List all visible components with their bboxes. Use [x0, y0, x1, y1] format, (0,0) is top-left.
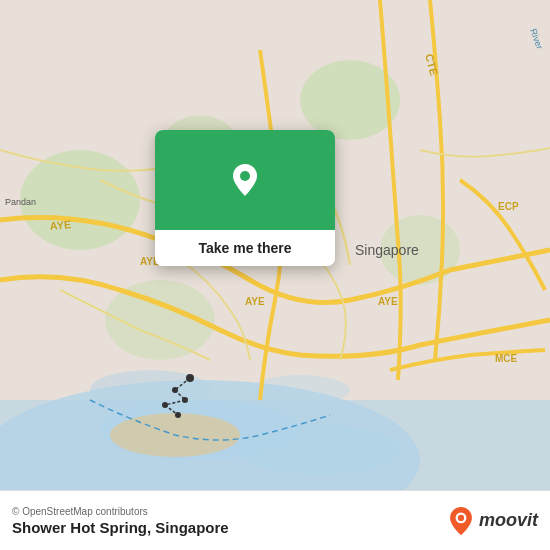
- svg-point-4: [240, 425, 400, 475]
- svg-text:Pandan: Pandan: [5, 197, 36, 207]
- popup-card: Take me there: [155, 130, 335, 266]
- svg-point-11: [250, 375, 350, 405]
- location-pin-icon: [223, 158, 267, 202]
- bottom-left-info: © OpenStreetMap contributors Shower Hot …: [12, 506, 229, 536]
- svg-text:AYE: AYE: [378, 296, 398, 307]
- take-me-there-button[interactable]: Take me there: [155, 230, 335, 266]
- moovit-pin-icon: [447, 507, 475, 535]
- svg-text:AYE: AYE: [49, 218, 72, 232]
- moovit-text: moovit: [479, 510, 538, 531]
- location-title: Shower Hot Spring, Singapore: [12, 519, 229, 536]
- bottom-bar: © OpenStreetMap contributors Shower Hot …: [0, 490, 550, 550]
- map-attribution: © OpenStreetMap contributors: [12, 506, 229, 517]
- map-container: CTE AYE AYE AYE AYE ECP MCE Singapore Ri…: [0, 0, 550, 490]
- svg-text:ECP: ECP: [498, 201, 519, 212]
- svg-text:AYE: AYE: [245, 296, 265, 307]
- popup-card-header: [155, 130, 335, 230]
- svg-text:Singapore: Singapore: [355, 242, 419, 258]
- svg-point-33: [240, 171, 250, 181]
- svg-point-5: [20, 150, 140, 250]
- svg-point-35: [458, 514, 464, 520]
- moovit-logo: moovit: [447, 507, 538, 535]
- svg-text:MCE: MCE: [495, 353, 518, 364]
